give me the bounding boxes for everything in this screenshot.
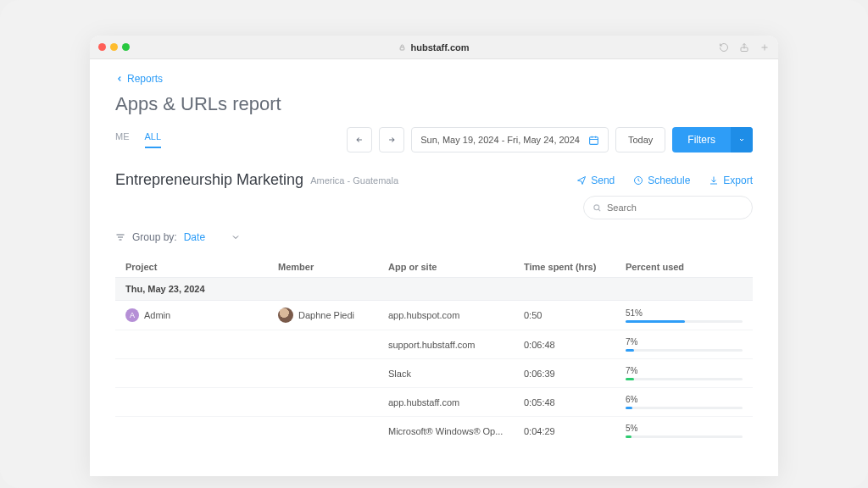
table-row: Microsoft® Windows® Op...0:04:295% bbox=[115, 417, 753, 445]
project-badge: A bbox=[125, 308, 139, 322]
percent-cell: 7% bbox=[626, 337, 743, 352]
app-cell: app.hubspot.com bbox=[388, 310, 524, 320]
address-bar[interactable]: hubstaff.com bbox=[398, 42, 469, 53]
chevron-left-icon bbox=[115, 75, 124, 83]
svg-point-4 bbox=[594, 204, 599, 209]
search-icon bbox=[593, 203, 602, 213]
project-region: America - Guatemala bbox=[310, 175, 398, 186]
table-header: Project Member App or site Time spent (h… bbox=[115, 257, 753, 277]
svg-rect-2 bbox=[590, 136, 598, 144]
filters-dropdown-toggle[interactable] bbox=[731, 127, 753, 152]
arrow-right-icon bbox=[387, 136, 396, 144]
date-range-picker[interactable]: Sun, May 19, 2024 - Fri, May 24, 2024 bbox=[411, 127, 609, 152]
percent-bar-fill bbox=[626, 320, 685, 323]
export-label: Export bbox=[723, 175, 753, 186]
table-row: AAdminDaphne Piediapp.hubspot.com0:5051% bbox=[115, 301, 753, 330]
url-text: hubstaff.com bbox=[410, 42, 469, 53]
percent-bar-fill bbox=[626, 435, 632, 438]
report-table: Project Member App or site Time spent (h… bbox=[115, 257, 753, 445]
page-title: Apps & URLs report bbox=[115, 93, 753, 115]
project-label: Admin bbox=[144, 310, 170, 320]
table-row: app.hubstaff.com0:05:486% bbox=[115, 388, 753, 417]
calendar-icon bbox=[588, 135, 599, 146]
prev-range-button[interactable] bbox=[347, 127, 372, 152]
tab-all[interactable]: ALL bbox=[145, 131, 162, 148]
tab-me[interactable]: ME bbox=[115, 131, 130, 148]
time-cell: 0:06:39 bbox=[524, 369, 626, 379]
time-cell: 0:50 bbox=[524, 310, 626, 320]
app-cell: Microsoft® Windows® Op... bbox=[388, 426, 524, 436]
percent-cell: 5% bbox=[626, 424, 743, 438]
percent-label: 5% bbox=[626, 424, 743, 433]
window-controls[interactable] bbox=[98, 43, 130, 51]
export-button[interactable]: Export bbox=[709, 175, 753, 186]
app-cell: app.hubstaff.com bbox=[388, 397, 524, 408]
search-field[interactable] bbox=[583, 196, 753, 219]
download-icon bbox=[709, 175, 719, 186]
col-app[interactable]: App or site bbox=[388, 262, 524, 272]
minimize-window-icon[interactable] bbox=[110, 43, 118, 51]
sort-icon bbox=[115, 232, 125, 242]
date-range-text: Sun, May 19, 2024 - Fri, May 24, 2024 bbox=[420, 135, 580, 145]
percent-cell: 6% bbox=[626, 395, 743, 409]
share-icon[interactable] bbox=[739, 42, 749, 53]
filters-label: Filters bbox=[672, 134, 731, 146]
breadcrumb-back[interactable]: Reports bbox=[115, 73, 753, 85]
send-icon bbox=[576, 175, 587, 186]
close-window-icon[interactable] bbox=[98, 43, 106, 51]
percent-label: 7% bbox=[626, 337, 743, 347]
time-cell: 0:04:29 bbox=[524, 426, 626, 436]
app-cell: support.hubstaff.com bbox=[388, 340, 524, 350]
reload-icon[interactable] bbox=[719, 42, 729, 53]
filters-button[interactable]: Filters bbox=[672, 127, 753, 152]
new-tab-icon[interactable] bbox=[760, 42, 770, 53]
col-member[interactable]: Member bbox=[278, 262, 388, 272]
send-button[interactable]: Send bbox=[576, 175, 615, 186]
percent-label: 6% bbox=[626, 395, 743, 404]
search-input[interactable] bbox=[607, 202, 743, 213]
percent-bar-fill bbox=[626, 407, 632, 409]
member-name: Daphne Piedi bbox=[298, 310, 354, 320]
browser-window: hubstaff.com Reports Apps & URLs report … bbox=[90, 36, 778, 476]
percent-bar-track bbox=[626, 407, 743, 409]
percent-bar-fill bbox=[626, 378, 634, 380]
breadcrumb-label: Reports bbox=[127, 73, 163, 85]
group-date-row: Thu, May 23, 2024 bbox=[115, 277, 753, 301]
percent-bar-track bbox=[626, 378, 743, 380]
col-percent[interactable]: Percent used bbox=[626, 262, 743, 272]
percent-bar-track bbox=[626, 435, 743, 438]
percent-label: 7% bbox=[626, 366, 743, 375]
app-cell: Slack bbox=[388, 369, 524, 379]
clock-icon bbox=[633, 175, 643, 186]
schedule-button[interactable]: Schedule bbox=[633, 175, 690, 186]
next-range-button[interactable] bbox=[379, 127, 404, 152]
group-by-select[interactable]: Group by: Date bbox=[115, 231, 753, 243]
percent-bar-track bbox=[626, 320, 743, 323]
today-button[interactable]: Today bbox=[615, 127, 665, 152]
schedule-label: Schedule bbox=[648, 175, 690, 186]
avatar bbox=[278, 308, 293, 323]
percent-label: 51% bbox=[626, 308, 743, 318]
maximize-window-icon[interactable] bbox=[122, 43, 130, 51]
col-time[interactable]: Time spent (hrs) bbox=[524, 262, 626, 272]
col-project[interactable]: Project bbox=[125, 262, 278, 272]
table-row: support.hubstaff.com0:06:487% bbox=[115, 330, 753, 359]
percent-cell: 7% bbox=[626, 366, 743, 380]
lock-icon bbox=[398, 43, 405, 52]
percent-bar-fill bbox=[626, 349, 634, 352]
time-cell: 0:06:48 bbox=[524, 340, 626, 350]
send-label: Send bbox=[591, 175, 615, 186]
project-name: Entrepreneurship Marketing bbox=[115, 171, 303, 189]
group-by-value: Date bbox=[184, 231, 205, 243]
arrow-left-icon bbox=[355, 136, 364, 144]
group-by-label: Group by: bbox=[132, 231, 177, 243]
chevron-down-icon bbox=[738, 136, 745, 143]
percent-cell: 51% bbox=[626, 308, 743, 323]
time-cell: 0:05:48 bbox=[524, 397, 626, 408]
member-cell: Daphne Piedi bbox=[278, 308, 388, 323]
table-row: Slack0:06:397% bbox=[115, 359, 753, 388]
percent-bar-track bbox=[626, 349, 743, 352]
chevron-down-icon bbox=[231, 232, 241, 242]
project-cell: AAdmin bbox=[125, 308, 278, 322]
browser-chrome: hubstaff.com bbox=[90, 36, 778, 59]
